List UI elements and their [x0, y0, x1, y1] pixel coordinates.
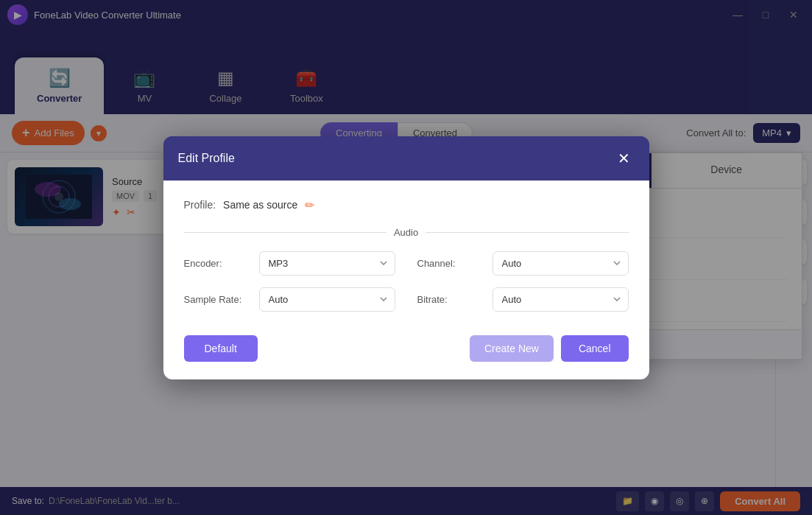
default-button[interactable]: Default [184, 335, 258, 362]
create-new-button[interactable]: Create New [470, 335, 554, 362]
sample-rate-field: Sample Rate: Auto 22050 Hz 44100 Hz 4800… [184, 287, 395, 312]
encoder-select[interactable]: MP3 AAC FLAC OGG [259, 251, 395, 276]
encoder-label: Encoder: [184, 258, 250, 269]
profile-value: Same as source [223, 199, 297, 211]
modal-footer: Default Create New Cancel [184, 329, 629, 362]
modal-overlay: Edit Profile ✕ Profile: Same as source ✏… [0, 0, 812, 515]
channel-select[interactable]: Auto Mono Stereo [493, 251, 629, 276]
modal-title: Edit Profile [178, 152, 235, 165]
button-group: Create New Cancel [470, 335, 629, 362]
profile-row: Profile: Same as source ✏ [184, 198, 629, 212]
cancel-button[interactable]: Cancel [561, 335, 629, 362]
bitrate-field: Bitrate: Auto 128 kbps 192 kbps 256 kbps… [417, 287, 629, 312]
channel-field: Channel: Auto Mono Stereo [417, 251, 629, 276]
modal-header: Edit Profile ✕ [163, 136, 649, 181]
form-grid: Encoder: MP3 AAC FLAC OGG Channel: Auto … [184, 251, 629, 312]
profile-label: Profile: [184, 199, 216, 211]
profile-edit-button[interactable]: ✏ [305, 198, 314, 212]
bitrate-label: Bitrate: [417, 294, 484, 305]
modal-body: Profile: Same as source ✏ Audio Encoder:… [163, 181, 649, 379]
channel-label: Channel: [417, 258, 484, 269]
encoder-field: Encoder: MP3 AAC FLAC OGG [184, 251, 395, 276]
modal-close-button[interactable]: ✕ [614, 148, 635, 169]
sample-rate-label: Sample Rate: [184, 294, 250, 305]
audio-section-label: Audio [184, 227, 629, 238]
bitrate-select[interactable]: Auto 128 kbps 192 kbps 256 kbps 320 kbps [493, 287, 629, 312]
edit-profile-modal: Edit Profile ✕ Profile: Same as source ✏… [163, 136, 649, 379]
sample-rate-select[interactable]: Auto 22050 Hz 44100 Hz 48000 Hz [259, 287, 395, 312]
